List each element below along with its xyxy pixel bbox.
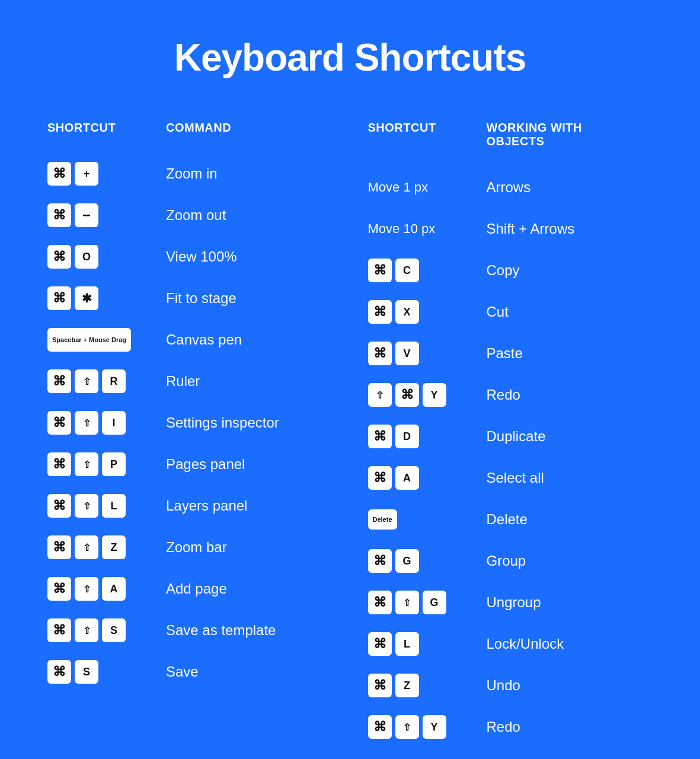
- cmd-key: ⌘: [47, 203, 71, 227]
- keys-copy: ⌘ C: [368, 259, 463, 282]
- keys-settings-inspector: ⌘ ⇧ I: [47, 411, 142, 435]
- v-key: V: [395, 342, 419, 365]
- keys-view100: ⌘ O: [47, 245, 142, 269]
- cmd-key: ⌘: [368, 259, 392, 282]
- row-undo: ⌘ Z Undo: [368, 670, 653, 701]
- plus-key: +: [75, 162, 98, 186]
- keys-cut: ⌘ X: [368, 300, 463, 324]
- row-zoom-out: ⌘ − Zoom out: [47, 200, 333, 231]
- row-move-1px: Move 1 px Arrows: [368, 172, 653, 203]
- cmd-add-page: Add page: [166, 581, 333, 597]
- y-key2: Y: [423, 715, 446, 739]
- row-paste: ⌘ V Paste: [368, 338, 653, 369]
- cmd-canvas-pen: Canvas pen: [166, 331, 333, 348]
- s-key2: S: [75, 660, 98, 684]
- keys-layers-panel: ⌘ ⇧ L: [47, 494, 142, 518]
- cmd-key: ⌘: [395, 383, 419, 407]
- row-fit-stage: ⌘ ✱ Fit to stage: [47, 283, 333, 314]
- row-copy: ⌘ C Copy: [368, 255, 653, 286]
- page-title: Keyboard Shortcuts: [47, 36, 653, 79]
- keys-redo2: ⌘ ⇧ Y: [368, 715, 463, 739]
- row-delete: Delete Delete: [368, 504, 653, 535]
- z-key2: Z: [395, 674, 419, 697]
- row-move-10px: Move 10 px Shift + Arrows: [368, 213, 653, 244]
- main-content: SHORTCUT COMMAND ⌘ + Zoom in ⌘ − Zoom ou…: [47, 121, 653, 753]
- cmd-ruler: Ruler: [166, 373, 333, 390]
- cmd-cut: Cut: [487, 304, 653, 320]
- keys-ungroup: ⌘ ⇧ G: [368, 591, 463, 614]
- cmd-key: ⌘: [47, 369, 71, 393]
- cmd-key: ⌘: [368, 591, 392, 614]
- right-header: SHORTCUT WORKING WITH OBJECTS: [368, 121, 653, 154]
- cmd-select-all: Select all: [487, 470, 653, 486]
- cmd-save: Save: [166, 664, 333, 680]
- x-key: X: [395, 300, 419, 324]
- row-zoom-bar: ⌘ ⇧ Z Zoom bar: [47, 532, 333, 563]
- shift-key: ⇧: [395, 715, 419, 739]
- d-key: D: [395, 425, 419, 448]
- keys-ruler: ⌘ ⇧ R: [47, 369, 142, 393]
- cmd-redo1: Redo: [487, 387, 653, 403]
- cmd-key: ⌘: [47, 577, 71, 601]
- cmd-key: ⌘: [47, 494, 71, 518]
- cmd-key: ⌘: [368, 674, 392, 697]
- cmd-lock: Lock/Unlock: [487, 636, 653, 652]
- p-key: P: [102, 452, 126, 476]
- row-redo2: ⌘ ⇧ Y Redo: [368, 712, 653, 742]
- row-save: ⌘ S Save: [47, 656, 333, 687]
- row-ruler: ⌘ ⇧ R Ruler: [47, 366, 333, 397]
- row-cut: ⌘ X Cut: [368, 296, 653, 327]
- keys-lock: ⌘ L: [368, 632, 463, 656]
- row-zoom-in: ⌘ + Zoom in: [47, 158, 333, 189]
- row-lock: ⌘ L Lock/Unlock: [368, 629, 653, 659]
- cmd-key: ⌘: [368, 466, 392, 490]
- cmd-key: ⌘: [47, 535, 71, 559]
- keys-move-10px: Move 10 px: [368, 221, 463, 237]
- cmd-zoom-in: Zoom in: [166, 165, 333, 182]
- keys-paste: ⌘ V: [368, 342, 463, 365]
- o-key: O: [75, 245, 98, 269]
- cmd-undo: Undo: [487, 677, 653, 694]
- shift-key: ⇧: [75, 535, 98, 559]
- delete-key: Delete: [368, 509, 397, 530]
- r-key: R: [102, 369, 126, 393]
- cmd-fit-stage: Fit to stage: [166, 290, 333, 307]
- i-key: I: [102, 411, 126, 435]
- cmd-key: ⌘: [368, 632, 392, 656]
- right-column: SHORTCUT WORKING WITH OBJECTS Move 1 px …: [368, 121, 653, 753]
- keys-pages-panel: ⌘ ⇧ P: [47, 452, 142, 476]
- move-10px-text: Move 10 px: [368, 221, 436, 237]
- cmd-key: ⌘: [47, 411, 71, 435]
- g-key: G: [395, 549, 419, 573]
- cmd-key: ⌘: [368, 549, 392, 573]
- keys-zoom-out: ⌘ −: [47, 203, 142, 227]
- shift-key: ⇧: [75, 577, 98, 601]
- row-settings-inspector: ⌘ ⇧ I Settings inspector: [47, 407, 333, 438]
- cmd-key: ⌘: [368, 425, 392, 448]
- row-group: ⌘ G Group: [368, 546, 653, 576]
- shift-key: ⇧: [368, 383, 392, 407]
- left-command-header: COMMAND: [166, 121, 333, 135]
- cmd-copy: Copy: [487, 262, 653, 279]
- cmd-key: ⌘: [47, 452, 71, 476]
- c-key: C: [395, 259, 419, 282]
- cmd-view100: View 100%: [166, 248, 333, 265]
- keys-zoom-in: ⌘ +: [47, 162, 142, 186]
- z-key: Z: [102, 535, 126, 559]
- cmd-group: Group: [487, 553, 653, 569]
- cmd-redo2: Redo: [487, 719, 653, 735]
- cmd-key: ⌘: [47, 162, 71, 186]
- keys-delete: Delete: [368, 509, 463, 530]
- left-header: SHORTCUT COMMAND: [47, 121, 333, 141]
- keys-fit-stage: ⌘ ✱: [47, 286, 142, 310]
- cmd-key: ⌘: [368, 342, 392, 365]
- shift-key: ⇧: [395, 591, 419, 614]
- l-key2: L: [395, 632, 419, 656]
- right-shortcut-header: SHORTCUT: [368, 121, 463, 148]
- cmd-key: ⌘: [47, 618, 71, 642]
- cmd-paste: Paste: [487, 345, 653, 362]
- left-column: SHORTCUT COMMAND ⌘ + Zoom in ⌘ − Zoom ou…: [47, 121, 333, 753]
- cmd-key: ⌘: [368, 300, 392, 324]
- row-layers-panel: ⌘ ⇧ L Layers panel: [47, 490, 333, 521]
- cmd-zoom-out: Zoom out: [166, 207, 333, 224]
